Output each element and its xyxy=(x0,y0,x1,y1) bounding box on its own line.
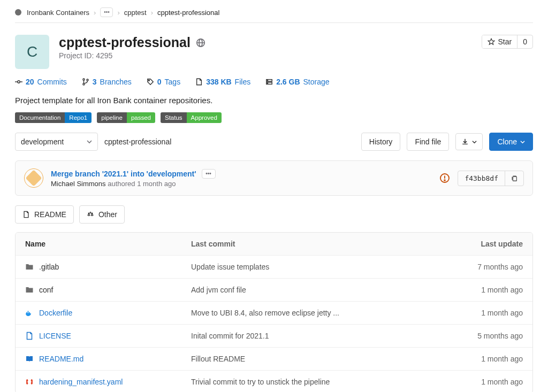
file-commit-message[interactable]: Add jvm conf file xyxy=(191,286,246,294)
file-tree-header: Name Last commit Last update xyxy=(16,233,532,256)
file-tabs: README Other xyxy=(15,205,533,224)
path-display: cpptest-professional xyxy=(104,137,171,146)
clone-button[interactable]: Clone xyxy=(489,133,533,151)
header-name: Name xyxy=(25,240,191,248)
breadcrumb: Ironbank Containers › ••• › cpptest › cp… xyxy=(15,4,533,23)
branch-selector[interactable]: development xyxy=(15,133,98,151)
copy-sha-button[interactable] xyxy=(505,171,523,186)
yaml-icon xyxy=(25,378,34,386)
file-commit-message[interactable]: Inital commit for 2021.1 xyxy=(191,332,269,340)
commit-expand-button[interactable]: ••• xyxy=(202,169,216,179)
svg-point-14 xyxy=(267,83,268,83)
commit-title[interactable]: Merge branch '2021.1' into 'development' xyxy=(51,170,196,178)
svg-rect-22 xyxy=(28,311,29,312)
badge[interactable]: pipelinepassed xyxy=(97,112,155,123)
chevron-right-icon: › xyxy=(94,9,96,17)
warning-icon[interactable] xyxy=(439,173,450,183)
file-commit-message[interactable]: Fillout README xyxy=(191,355,245,363)
header-update: Last update xyxy=(437,240,523,248)
svg-rect-21 xyxy=(29,312,30,313)
star-label: Star xyxy=(498,37,512,46)
star-icon xyxy=(488,38,495,45)
svg-rect-19 xyxy=(26,312,27,313)
commit-sha[interactable]: f43bb8df xyxy=(458,171,505,186)
breadcrumb-ellipsis[interactable]: ••• xyxy=(100,7,113,17)
table-row: DockerfileMove to UBI 8.4, also remove e… xyxy=(16,302,532,325)
other-tab[interactable]: Other xyxy=(79,205,125,224)
file-name[interactable]: Dockerfile xyxy=(39,309,72,317)
docker-icon xyxy=(25,309,34,317)
project-header: C cpptest-professional Project ID: 4295 … xyxy=(15,23,533,73)
group-icon xyxy=(15,9,21,16)
download-menu[interactable] xyxy=(455,133,483,150)
svg-rect-18 xyxy=(513,176,516,181)
globe-icon xyxy=(196,38,206,48)
svg-point-8 xyxy=(83,83,85,85)
file-update-time: 1 month ago xyxy=(437,378,523,386)
badges-row: DocumentationRepo1pipelinepassedStatusAp… xyxy=(15,112,533,133)
badge[interactable]: DocumentationRepo1 xyxy=(15,112,92,123)
chevron-down-icon xyxy=(87,139,92,144)
last-commit-box: Merge branch '2021.1' into 'development'… xyxy=(15,160,533,196)
svg-point-13 xyxy=(267,80,268,81)
file-icon xyxy=(22,211,30,218)
svg-point-4 xyxy=(18,81,20,83)
svg-point-10 xyxy=(148,80,149,81)
star-button[interactable]: Star xyxy=(482,35,517,48)
license-icon xyxy=(87,211,94,218)
file-update-time: 5 months ago xyxy=(437,332,523,340)
commit-author[interactable]: Michael Simmons xyxy=(51,180,106,188)
stat-branches[interactable]: 3Branches xyxy=(82,78,132,86)
file-name[interactable]: LICENSE xyxy=(39,332,71,340)
stat-files[interactable]: 338 KBFiles xyxy=(195,78,250,86)
find-file-button[interactable]: Find file xyxy=(407,133,449,151)
project-avatar: C xyxy=(15,35,49,69)
chevron-right-icon: › xyxy=(117,9,119,17)
project-id: Project ID: 4295 xyxy=(59,51,472,60)
table-row: confAdd jvm conf file1 month ago xyxy=(16,279,532,302)
breadcrumb-root[interactable]: Ironbank Containers xyxy=(27,9,89,17)
header-commit: Last commit xyxy=(191,240,437,248)
history-button[interactable]: History xyxy=(361,133,401,151)
file-name[interactable]: hardening_manifest.yaml xyxy=(39,378,123,386)
table-row: .gitlabUpdate issue templates7 months ag… xyxy=(16,256,532,279)
table-row: README.mdFillout README1 month ago xyxy=(16,348,532,371)
table-row: hardening_manifest.yamlTrivial commit to… xyxy=(16,371,532,392)
readme-icon xyxy=(25,355,34,363)
badge[interactable]: StatusApproved xyxy=(161,112,222,123)
project-title: cpptest-professional xyxy=(59,35,191,50)
file-tree: Name Last commit Last update .gitlabUpda… xyxy=(15,232,533,392)
download-icon xyxy=(461,138,469,145)
file-commit-message[interactable]: Move to UBI 8.4, also remove eclipse jet… xyxy=(191,309,339,317)
file-update-time: 1 month ago xyxy=(437,309,523,317)
table-row: LICENSEInital commit for 2021.15 months … xyxy=(16,325,532,348)
star-count[interactable]: 0 xyxy=(517,35,532,48)
svg-point-7 xyxy=(83,79,85,80)
stat-storage[interactable]: 2.6 GBStorage xyxy=(265,78,329,86)
project-stats: 20Commits 3Branches 0Tags 338 KBFiles 2.… xyxy=(15,73,533,93)
stat-tags[interactable]: 0Tags xyxy=(147,78,180,86)
file-commit-message[interactable]: Update issue templates xyxy=(191,263,269,271)
breadcrumb-parent[interactable]: cpptest xyxy=(124,9,147,17)
file-name[interactable]: .gitlab xyxy=(39,263,59,271)
chevron-right-icon: › xyxy=(151,9,153,17)
file-name[interactable]: conf xyxy=(39,286,53,294)
stat-commits[interactable]: 20Commits xyxy=(15,78,67,86)
folder-icon xyxy=(25,263,34,271)
svg-point-17 xyxy=(444,180,445,181)
folder-icon xyxy=(25,286,34,294)
file-update-time: 1 month ago xyxy=(437,355,523,363)
commit-sha-widget: f43bb8df xyxy=(458,171,524,186)
commit-avatar xyxy=(24,168,43,188)
readme-tab[interactable]: README xyxy=(15,205,74,224)
file-icon xyxy=(25,332,34,340)
file-commit-message[interactable]: Trivial commit to try to unstick the pip… xyxy=(191,378,330,386)
chevron-down-icon xyxy=(472,140,477,144)
chevron-down-icon xyxy=(520,140,525,144)
svg-rect-20 xyxy=(28,312,29,313)
file-name[interactable]: README.md xyxy=(39,355,83,363)
file-update-time: 7 months ago xyxy=(437,263,523,271)
commit-meta: Michael Simmons authored 1 month ago xyxy=(51,180,432,188)
project-description: Project template for all Iron Bank conta… xyxy=(15,93,533,112)
star-widget: Star 0 xyxy=(482,35,533,49)
